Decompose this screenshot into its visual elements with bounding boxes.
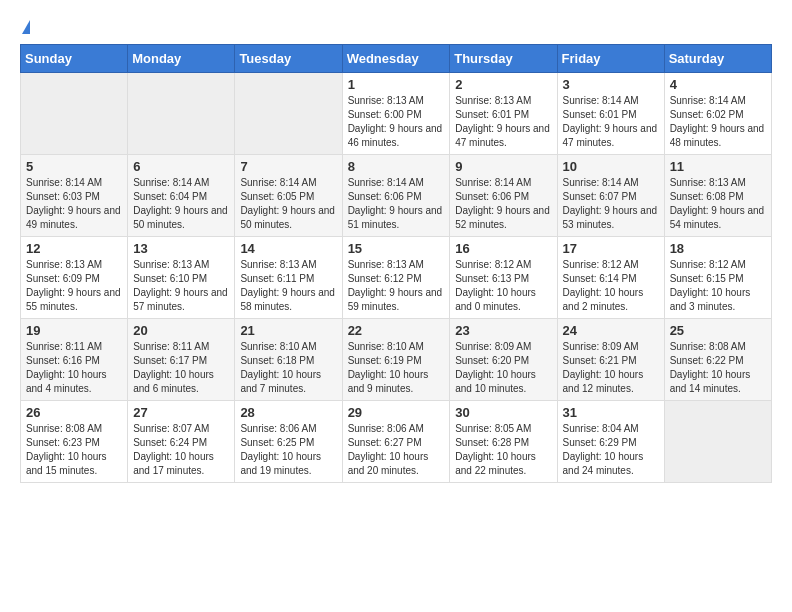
calendar-cell: 4Sunrise: 8:14 AMSunset: 6:02 PMDaylight… — [664, 73, 771, 155]
day-content: Sunrise: 8:13 AMSunset: 6:01 PMDaylight:… — [455, 94, 551, 150]
header-thursday: Thursday — [450, 45, 557, 73]
day-number: 22 — [348, 323, 445, 338]
calendar-cell: 17Sunrise: 8:12 AMSunset: 6:14 PMDayligh… — [557, 237, 664, 319]
header-wednesday: Wednesday — [342, 45, 450, 73]
day-number: 8 — [348, 159, 445, 174]
day-content: Sunrise: 8:13 AMSunset: 6:11 PMDaylight:… — [240, 258, 336, 314]
header-friday: Friday — [557, 45, 664, 73]
day-number: 19 — [26, 323, 122, 338]
calendar-cell: 19Sunrise: 8:11 AMSunset: 6:16 PMDayligh… — [21, 319, 128, 401]
day-number: 18 — [670, 241, 766, 256]
day-number: 20 — [133, 323, 229, 338]
header-saturday: Saturday — [664, 45, 771, 73]
day-content: Sunrise: 8:10 AMSunset: 6:18 PMDaylight:… — [240, 340, 336, 396]
day-number: 6 — [133, 159, 229, 174]
calendar-week-row: 5Sunrise: 8:14 AMSunset: 6:03 PMDaylight… — [21, 155, 772, 237]
calendar-table: SundayMondayTuesdayWednesdayThursdayFrid… — [20, 44, 772, 483]
logo — [20, 20, 30, 34]
calendar-cell: 13Sunrise: 8:13 AMSunset: 6:10 PMDayligh… — [128, 237, 235, 319]
day-content: Sunrise: 8:09 AMSunset: 6:21 PMDaylight:… — [563, 340, 659, 396]
calendar-cell: 8Sunrise: 8:14 AMSunset: 6:06 PMDaylight… — [342, 155, 450, 237]
day-content: Sunrise: 8:14 AMSunset: 6:05 PMDaylight:… — [240, 176, 336, 232]
calendar-cell: 23Sunrise: 8:09 AMSunset: 6:20 PMDayligh… — [450, 319, 557, 401]
calendar-cell: 28Sunrise: 8:06 AMSunset: 6:25 PMDayligh… — [235, 401, 342, 483]
day-content: Sunrise: 8:13 AMSunset: 6:09 PMDaylight:… — [26, 258, 122, 314]
day-number: 9 — [455, 159, 551, 174]
calendar-cell: 24Sunrise: 8:09 AMSunset: 6:21 PMDayligh… — [557, 319, 664, 401]
day-number: 10 — [563, 159, 659, 174]
day-content: Sunrise: 8:14 AMSunset: 6:03 PMDaylight:… — [26, 176, 122, 232]
day-content: Sunrise: 8:11 AMSunset: 6:16 PMDaylight:… — [26, 340, 122, 396]
day-number: 25 — [670, 323, 766, 338]
day-number: 17 — [563, 241, 659, 256]
day-number: 4 — [670, 77, 766, 92]
calendar-cell: 22Sunrise: 8:10 AMSunset: 6:19 PMDayligh… — [342, 319, 450, 401]
day-number: 27 — [133, 405, 229, 420]
calendar-cell: 5Sunrise: 8:14 AMSunset: 6:03 PMDaylight… — [21, 155, 128, 237]
day-number: 2 — [455, 77, 551, 92]
calendar-cell: 30Sunrise: 8:05 AMSunset: 6:28 PMDayligh… — [450, 401, 557, 483]
header-tuesday: Tuesday — [235, 45, 342, 73]
day-content: Sunrise: 8:08 AMSunset: 6:23 PMDaylight:… — [26, 422, 122, 478]
day-content: Sunrise: 8:12 AMSunset: 6:13 PMDaylight:… — [455, 258, 551, 314]
calendar-cell: 16Sunrise: 8:12 AMSunset: 6:13 PMDayligh… — [450, 237, 557, 319]
day-content: Sunrise: 8:08 AMSunset: 6:22 PMDaylight:… — [670, 340, 766, 396]
calendar-week-row: 26Sunrise: 8:08 AMSunset: 6:23 PMDayligh… — [21, 401, 772, 483]
calendar-header-row: SundayMondayTuesdayWednesdayThursdayFrid… — [21, 45, 772, 73]
calendar-cell: 14Sunrise: 8:13 AMSunset: 6:11 PMDayligh… — [235, 237, 342, 319]
calendar-cell: 11Sunrise: 8:13 AMSunset: 6:08 PMDayligh… — [664, 155, 771, 237]
day-number: 5 — [26, 159, 122, 174]
day-content: Sunrise: 8:13 AMSunset: 6:00 PMDaylight:… — [348, 94, 445, 150]
day-number: 23 — [455, 323, 551, 338]
day-number: 1 — [348, 77, 445, 92]
header-sunday: Sunday — [21, 45, 128, 73]
header-monday: Monday — [128, 45, 235, 73]
calendar-cell: 29Sunrise: 8:06 AMSunset: 6:27 PMDayligh… — [342, 401, 450, 483]
calendar-cell: 3Sunrise: 8:14 AMSunset: 6:01 PMDaylight… — [557, 73, 664, 155]
day-number: 26 — [26, 405, 122, 420]
day-content: Sunrise: 8:14 AMSunset: 6:06 PMDaylight:… — [348, 176, 445, 232]
day-content: Sunrise: 8:14 AMSunset: 6:02 PMDaylight:… — [670, 94, 766, 150]
calendar-cell: 10Sunrise: 8:14 AMSunset: 6:07 PMDayligh… — [557, 155, 664, 237]
day-content: Sunrise: 8:13 AMSunset: 6:12 PMDaylight:… — [348, 258, 445, 314]
calendar-cell: 31Sunrise: 8:04 AMSunset: 6:29 PMDayligh… — [557, 401, 664, 483]
calendar-cell: 2Sunrise: 8:13 AMSunset: 6:01 PMDaylight… — [450, 73, 557, 155]
calendar-cell: 18Sunrise: 8:12 AMSunset: 6:15 PMDayligh… — [664, 237, 771, 319]
day-number: 11 — [670, 159, 766, 174]
day-number: 7 — [240, 159, 336, 174]
day-number: 14 — [240, 241, 336, 256]
day-number: 21 — [240, 323, 336, 338]
day-content: Sunrise: 8:10 AMSunset: 6:19 PMDaylight:… — [348, 340, 445, 396]
calendar-cell: 21Sunrise: 8:10 AMSunset: 6:18 PMDayligh… — [235, 319, 342, 401]
day-number: 12 — [26, 241, 122, 256]
logo-triangle-icon — [22, 20, 30, 34]
day-content: Sunrise: 8:09 AMSunset: 6:20 PMDaylight:… — [455, 340, 551, 396]
day-content: Sunrise: 8:06 AMSunset: 6:27 PMDaylight:… — [348, 422, 445, 478]
calendar-cell: 7Sunrise: 8:14 AMSunset: 6:05 PMDaylight… — [235, 155, 342, 237]
day-number: 15 — [348, 241, 445, 256]
calendar-cell: 20Sunrise: 8:11 AMSunset: 6:17 PMDayligh… — [128, 319, 235, 401]
calendar-week-row: 12Sunrise: 8:13 AMSunset: 6:09 PMDayligh… — [21, 237, 772, 319]
day-number: 29 — [348, 405, 445, 420]
day-content: Sunrise: 8:11 AMSunset: 6:17 PMDaylight:… — [133, 340, 229, 396]
calendar-cell: 15Sunrise: 8:13 AMSunset: 6:12 PMDayligh… — [342, 237, 450, 319]
day-number: 3 — [563, 77, 659, 92]
day-content: Sunrise: 8:12 AMSunset: 6:14 PMDaylight:… — [563, 258, 659, 314]
calendar-cell: 9Sunrise: 8:14 AMSunset: 6:06 PMDaylight… — [450, 155, 557, 237]
calendar-cell: 12Sunrise: 8:13 AMSunset: 6:09 PMDayligh… — [21, 237, 128, 319]
calendar-week-row: 19Sunrise: 8:11 AMSunset: 6:16 PMDayligh… — [21, 319, 772, 401]
calendar-cell: 1Sunrise: 8:13 AMSunset: 6:00 PMDaylight… — [342, 73, 450, 155]
calendar-cell — [664, 401, 771, 483]
day-content: Sunrise: 8:07 AMSunset: 6:24 PMDaylight:… — [133, 422, 229, 478]
calendar-cell: 27Sunrise: 8:07 AMSunset: 6:24 PMDayligh… — [128, 401, 235, 483]
day-content: Sunrise: 8:14 AMSunset: 6:06 PMDaylight:… — [455, 176, 551, 232]
day-content: Sunrise: 8:14 AMSunset: 6:04 PMDaylight:… — [133, 176, 229, 232]
day-content: Sunrise: 8:06 AMSunset: 6:25 PMDaylight:… — [240, 422, 336, 478]
day-content: Sunrise: 8:14 AMSunset: 6:07 PMDaylight:… — [563, 176, 659, 232]
day-content: Sunrise: 8:13 AMSunset: 6:10 PMDaylight:… — [133, 258, 229, 314]
calendar-cell — [21, 73, 128, 155]
day-number: 28 — [240, 405, 336, 420]
calendar-cell: 26Sunrise: 8:08 AMSunset: 6:23 PMDayligh… — [21, 401, 128, 483]
day-number: 13 — [133, 241, 229, 256]
day-number: 24 — [563, 323, 659, 338]
